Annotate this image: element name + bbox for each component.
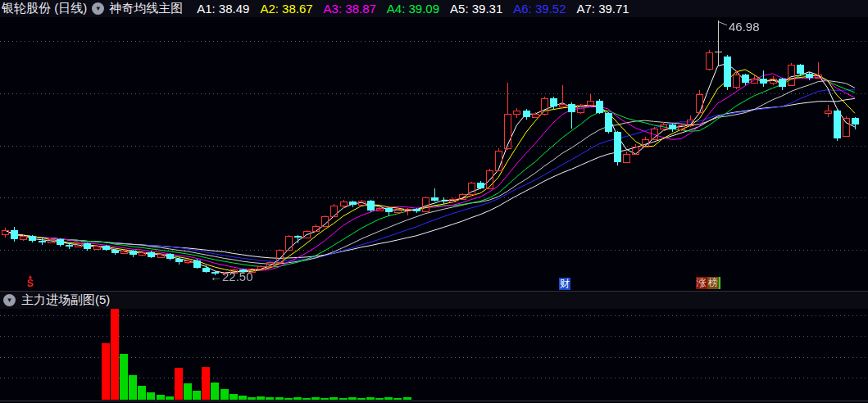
news-marker-cai[interactable]: 财: [559, 278, 570, 290]
rank-marker-char2: 榜: [707, 277, 720, 289]
indicator-value-a4: A4: 39.09: [387, 2, 439, 16]
indicator-value-a7: A7: 39.71: [576, 2, 629, 16]
rank-marker-zhangbang[interactable]: 涨 榜: [696, 277, 720, 289]
sub-chart-panel: [0, 309, 868, 403]
main-chart-canvas[interactable]: [0, 17, 868, 291]
signal-marker-s[interactable]: ▲ S: [25, 274, 36, 288]
indicator-value-a2: A2: 38.67: [260, 2, 312, 16]
indicator-value-a6: A6: 39.52: [513, 2, 566, 16]
sub-chart-canvas[interactable]: [0, 309, 868, 403]
app-window: 银轮股份 (日线) ▾ 神奇均线主图 A1: 38.49 A2: 38.67 A…: [0, 0, 868, 403]
chevron-down-icon[interactable]: ▾: [3, 294, 16, 306]
news-marker-cai-label: 财: [559, 278, 570, 290]
top-info-bar: 银轮股份 (日线) ▾ 神奇均线主图 A1: 38.49 A2: 38.67 A…: [0, 0, 868, 17]
indicator-value-a5: A5: 39.31: [450, 2, 502, 16]
chevron-down-icon[interactable]: ▾: [92, 2, 104, 15]
stock-title: 银轮股份 (日线): [2, 1, 87, 16]
main-indicator-name: 神奇均线主图: [109, 1, 183, 16]
main-chart-panel: [0, 17, 868, 291]
sub-indicator-name: 主力进场副图(5): [21, 292, 110, 308]
indicator-value-a3: A3: 38.87: [324, 2, 376, 16]
indicator-value-a1: A1: 38.49: [197, 2, 249, 16]
rank-marker-char1: 涨: [696, 277, 707, 289]
sub-chart-header: ▾ 主力进场副图(5): [0, 291, 868, 309]
signal-letter: S: [27, 279, 34, 288]
